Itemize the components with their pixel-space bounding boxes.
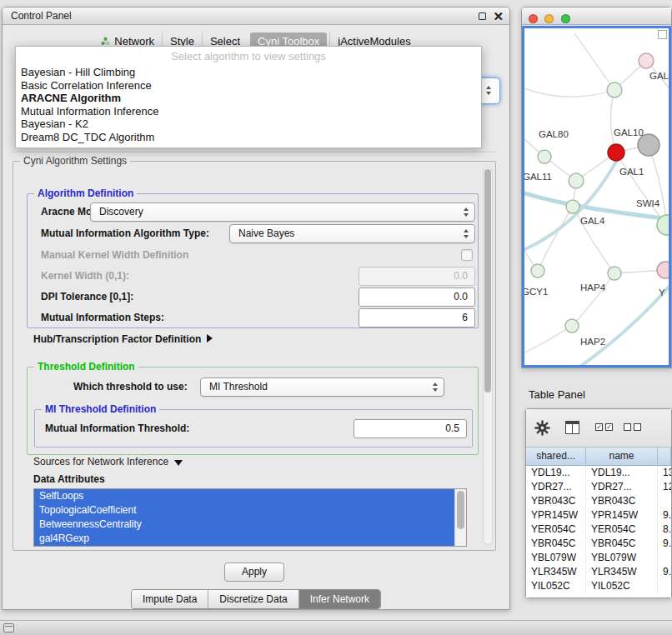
restore-panel-icon[interactable] — [3, 623, 14, 632]
column-header-name[interactable]: name — [586, 448, 658, 465]
attribute-item-topologicalcoefficient[interactable]: TopologicalCoefficient — [34, 503, 454, 518]
table-cell: YDL19... — [586, 466, 658, 480]
network-node[interactable] — [569, 173, 584, 188]
table-cell — [658, 494, 671, 508]
float-window-icon[interactable] — [479, 12, 486, 20]
attr-list-scrollbar[interactable] — [454, 489, 466, 546]
aracne-mode-value: Discovery — [99, 206, 143, 218]
manual-kernel-checkbox[interactable] — [461, 249, 473, 261]
combo-arrows-icon — [433, 382, 438, 392]
chevron-right-icon — [207, 334, 213, 342]
bottom-tab-infer-network[interactable]: Infer Network — [298, 590, 380, 608]
status-bar — [0, 620, 672, 635]
network-edge — [524, 326, 572, 355]
network-node[interactable] — [538, 150, 551, 163]
close-traffic-light-icon[interactable] — [529, 14, 538, 23]
deselect-all-checkboxes-icon[interactable] — [624, 423, 641, 431]
table-row[interactable]: YBL079WYBL079W — [526, 551, 671, 565]
algorithm-option-basic-correlation-inference[interactable]: Basic Correlation Inference — [16, 79, 481, 92]
table-row[interactable]: YER054CYER054C8. — [526, 522, 671, 537]
network-node-label: SWI4 — [636, 198, 660, 208]
data-attributes-list[interactable]: SelfLoopsTopologicalCoefficientBetweenne… — [33, 488, 467, 547]
table-cell: YDL19... — [526, 466, 586, 480]
table-cell: YLR345W — [586, 565, 658, 579]
table-row[interactable]: YBR043CYBR043C — [526, 494, 671, 508]
control-panel-titlebar[interactable]: Control Panel ✕ — [3, 8, 509, 25]
table-cell: YER054C — [526, 522, 586, 537]
attribute-item-gal4rgexp[interactable]: gal4RGexp — [34, 532, 454, 546]
attribute-item-betweennesscentrality[interactable]: BetweennessCentrality — [34, 518, 454, 532]
combo-arrows-icon — [464, 229, 469, 238]
network-edge — [610, 90, 616, 152]
window-title: Control Panel — [11, 10, 72, 22]
bottom-tab-discretize-data[interactable]: Discretize Data — [208, 590, 298, 608]
algorithm-placeholder[interactable]: Select algorithm to view settings — [16, 47, 481, 66]
table-row[interactable]: YPR145WYPR145W9. — [526, 508, 671, 522]
table-cell: YPR145W — [526, 508, 586, 522]
network-tab-icon — [101, 37, 110, 46]
table-cell: YIL052C — [526, 579, 586, 593]
zoom-traffic-light-icon[interactable] — [561, 14, 570, 23]
dpi-tolerance-field[interactable]: 0.0 — [359, 288, 475, 307]
algorithm-definition-title: Algorithm Definition — [34, 188, 137, 199]
table-cell: YBL079W — [526, 551, 586, 565]
mi-steps-label: Mutual Information Steps: — [41, 308, 164, 328]
column-header-extra[interactable] — [658, 448, 671, 465]
cyni-settings-title: Cyni Algorithm Settings — [20, 155, 130, 167]
network-node[interactable] — [531, 264, 544, 278]
network-node-label: GAL7 — [649, 71, 670, 81]
column-header-shared-name[interactable]: shared... — [526, 448, 586, 465]
network-window-titlebar[interactable] — [522, 8, 671, 25]
network-edge — [572, 273, 614, 326]
network-node[interactable] — [608, 144, 624, 161]
combo-arrows-icon — [464, 208, 469, 217]
mi-threshold-group-title: MI Threshold Definition — [42, 403, 159, 415]
network-node-label: HAP2 — [580, 337, 605, 347]
table-row[interactable]: YLR345WYLR345W9. — [526, 565, 671, 579]
aracne-mode-select[interactable]: Discovery — [90, 202, 475, 222]
cyni-settings-group: Cyni Algorithm Settings Algorithm Defini… — [13, 161, 496, 551]
minimize-traffic-light-icon[interactable] — [544, 14, 554, 23]
table-row[interactable]: YIL052CYIL052C — [526, 579, 671, 593]
which-threshold-select[interactable]: MI Threshold — [200, 378, 444, 397]
combo-arrows-icon — [486, 86, 491, 95]
kernel-width-field[interactable]: 0.0 — [359, 267, 475, 286]
network-node[interactable] — [607, 82, 622, 98]
hub-definition-toggle[interactable]: Hub/Transcription Factor Definition — [33, 330, 213, 349]
table-cell: YER054C — [586, 522, 658, 537]
network-node[interactable] — [657, 262, 670, 278]
algorithm-option-mutual-information-inference[interactable]: Mutual Information Inference — [16, 105, 481, 118]
network-view-window: GAL7GAL80GAL10GAL11GAL1SWI4GAL4GCY1HAP4H… — [521, 7, 672, 368]
chevron-down-icon — [174, 460, 183, 466]
table-cell: 12 — [658, 480, 671, 494]
mi-threshold-field[interactable]: 0.5 — [354, 419, 467, 438]
gear-icon[interactable] — [534, 420, 550, 439]
table-cell: YBL079W — [586, 551, 658, 565]
show-columns-icon[interactable] — [565, 421, 579, 438]
algorithm-option-bayesian-hill-climbing[interactable]: Bayesian - Hill Climbing — [16, 66, 481, 79]
table-row[interactable]: YBR045CYBR045C9. — [526, 537, 671, 551]
network-node[interactable] — [639, 53, 654, 68]
apply-button[interactable]: Apply — [224, 562, 284, 582]
select-all-checkboxes-icon[interactable]: ✓✓ — [595, 423, 613, 431]
algorithm-option-aracne-algorithm[interactable]: ARACNE Algorithm — [16, 92, 481, 105]
network-node[interactable] — [566, 200, 579, 213]
attr-list-scrollbar-thumb[interactable] — [457, 491, 464, 529]
algorithm-option-bayesian-k2[interactable]: Bayesian - K2 — [16, 118, 481, 131]
table-row[interactable]: YDR27...YDR27...12 — [526, 480, 671, 494]
network-node[interactable] — [608, 267, 621, 280]
settings-scrollbar-thumb[interactable] — [484, 169, 491, 392]
table-cell — [658, 579, 671, 593]
network-node[interactable] — [565, 319, 579, 332]
mi-steps-field[interactable]: 6 — [359, 308, 475, 328]
mi-threshold-group: MI Threshold Definition Mutual Informati… — [34, 409, 473, 448]
bottom-tab-impute-data[interactable]: Impute Data — [132, 590, 208, 608]
network-canvas[interactable]: GAL7GAL80GAL10GAL11GAL1SWI4GAL4GCY1HAP4H… — [522, 26, 671, 368]
mi-type-select[interactable]: Naive Bayes — [229, 224, 475, 243]
settings-scrollbar[interactable] — [483, 167, 493, 545]
close-icon[interactable]: ✕ — [493, 12, 504, 21]
sources-toggle[interactable]: Sources for Network Inference — [33, 452, 183, 472]
table-row[interactable]: YDL19...YDL19...13 — [526, 466, 671, 480]
attribute-item-selfloops[interactable]: SelfLoops — [34, 489, 454, 503]
algorithm-option-dream8-dc-tdc-algorithm[interactable]: Dream8 DC_TDC Algorithm — [16, 131, 481, 144]
